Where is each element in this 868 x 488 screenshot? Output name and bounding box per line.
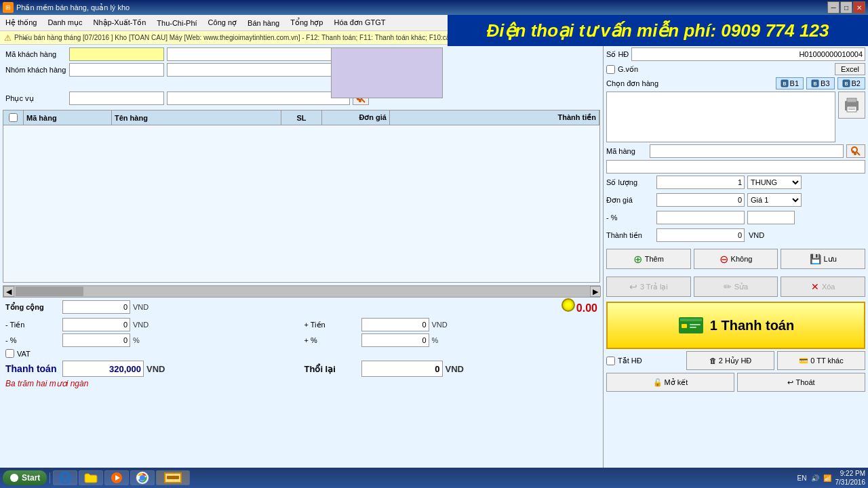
mo-ket-button[interactable]: 🔓 Mở kết [606,373,734,392]
b3-button[interactable]: B B3 [806,77,834,89]
don-gia-unit-select[interactable]: Giá 1 Giá 2 Giá 3 [747,193,802,207]
window-title: Phần mềm bán hàng, quản lý kho [16,3,130,12]
thoilai-input[interactable] [361,361,443,377]
nhom-kh-name-input[interactable] [167,63,350,77]
nhom-kh-input[interactable] [69,63,164,77]
scroll-left[interactable]: ◀ [3,286,14,297]
pct-right-row: - % [606,211,865,224]
plus-pct-row: + % % [304,333,598,347]
start-button[interactable]: Start [3,470,47,485]
product-area [606,92,865,142]
pct-right-input2[interactable] [747,211,795,224]
product-name-input[interactable] [606,160,865,174]
thoat-button[interactable]: ↩ Thoát [737,373,865,392]
tat-hd-checkbox[interactable] [606,357,615,365]
scroll-thumb[interactable] [16,287,83,296]
svg-rect-28 [680,319,702,321]
thanhtoan-big-button[interactable]: 1 Thanh toán [606,302,865,349]
lang-indicator: EN [797,474,807,482]
tien-label: - Tiền [5,321,60,329]
thanhtoan-big-label: 1 Thanh toán [710,318,794,333]
menu-cong-no[interactable]: Công nợ [203,15,242,30]
menu-he-thong[interactable]: Hệ thống [0,15,42,30]
sound-icon: 🔊 [811,474,819,482]
thanh-tien-input[interactable] [656,228,745,242]
ma-kh-row: Mã khách hàng [5,47,597,61]
huy-hd-button[interactable]: 🗑 2 Hủy HĐ [686,351,774,370]
minimize-button[interactable]: ─ [827,1,840,14]
taskbar-media[interactable] [104,470,129,485]
action-btns-row1: ⊕ Thêm ⊖ Không 💾 Lưu [606,249,865,269]
tt-khac-icon: 💳 [799,357,808,365]
text-amount: Ba trăm hai mươi ngàn [5,379,88,388]
so-hd-row: Số HĐ [606,47,865,61]
svg-line-24 [856,152,860,155]
print-button[interactable] [838,92,865,119]
menu-thu-chi-phi[interactable]: Thu-Chi-Phí [151,15,202,30]
taskbar: Start EN 🔊 📶 9:22 PM 7/31/2016 [0,468,868,488]
scroll-right[interactable]: ▶ [590,286,601,297]
maximize-button[interactable]: □ [840,1,852,14]
b2-button[interactable]: B B2 [837,77,865,89]
close-button[interactable]: ✕ [853,1,865,14]
so-luong-unit-select[interactable]: THUNG CÁI HỘP [747,176,802,189]
menu-ban-hang[interactable]: Bán hàng [242,15,285,30]
khong-button[interactable]: ⊖ Không [694,249,778,269]
tra-lai-button[interactable]: ↩ 3 Trả lại [606,277,691,297]
plus-tien-input[interactable] [361,318,429,331]
horizontal-scrollbar[interactable]: ◀ ▶ [3,285,600,298]
bottom-row2: 🔓 Mở kết ↩ Thoát [606,373,865,392]
product-table: Mã hàng Tên hàng SL Đơn giá Thành tiền [3,110,600,283]
taskbar-right: EN 🔊 📶 9:22 PM 7/31/2016 [797,469,865,487]
tien-input[interactable] [62,318,130,331]
taskbar-ie[interactable] [53,470,77,485]
ma-kh-input[interactable] [69,47,164,61]
plus-pct-unit: % [432,336,452,344]
taskbar-folder[interactable] [79,470,103,485]
tong-cong-unit: VND [133,303,153,311]
thoilai-row: Thổi lại VND [304,361,598,377]
tt-khac-button[interactable]: 💳 0 TT khác [777,351,865,370]
sua-button[interactable]: ✏ Sửa [694,277,778,297]
b1-button[interactable]: B B1 [776,77,804,89]
so-hd-input[interactable] [631,47,865,61]
network-icon: 📶 [823,474,831,482]
svg-rect-21 [848,108,855,108]
them-button[interactable]: ⊕ Thêm [606,249,691,269]
ma-kh-name-input[interactable] [167,47,350,61]
huy-hd-icon: 🗑 [709,357,717,365]
svg-text:B: B [814,81,817,86]
taskbar-pos[interactable] [156,470,190,485]
ma-hang-search-btn[interactable] [846,144,865,158]
pct-right-label: - % [606,214,654,222]
table-body [3,125,599,281]
menu-tong-hop[interactable]: Tổng hợp [285,15,328,30]
menu-nhap-xuat-ton[interactable]: Nhập-Xuất-Tồn [87,15,151,30]
ma-hang-right-input[interactable] [650,144,844,158]
thanhtoan-input[interactable] [62,361,144,377]
main-content: Mã khách hàng Nhóm khách hàng Ph [0,45,868,472]
plus-pct-label: + % [304,336,359,344]
xoa-button[interactable]: ✕ Xóa [781,277,865,297]
tong-cong-input[interactable] [62,300,130,314]
them-icon: ⊕ [633,253,642,266]
left-panel: Mã khách hàng Nhóm khách hàng Ph [0,45,604,472]
plus-tien-label: + Tiền [304,321,359,329]
luu-button[interactable]: 💾 Lưu [781,249,865,269]
thoilai-label: Thổi lại [304,364,359,374]
vat-checkbox[interactable] [5,349,14,358]
menu-hoa-don-gtgt[interactable]: Hóa đơn GTGT [328,15,391,30]
menu-danh-muc[interactable]: Danh mục [42,15,87,30]
svg-rect-29 [682,324,687,328]
luu-icon: 💾 [810,253,821,264]
pct-input[interactable] [62,333,130,347]
excel-button[interactable]: Excel [835,63,865,75]
text-amount-row: Ba trăm hai mươi ngàn [5,379,597,388]
plus-pct-input[interactable] [361,333,429,347]
don-gia-input[interactable] [656,193,745,207]
so-luong-input[interactable] [656,176,745,189]
taskbar-chrome[interactable] [130,470,155,485]
g-von-checkbox[interactable] [606,65,615,74]
tien-unit: VND [133,321,153,329]
pct-right-input[interactable] [656,211,745,224]
